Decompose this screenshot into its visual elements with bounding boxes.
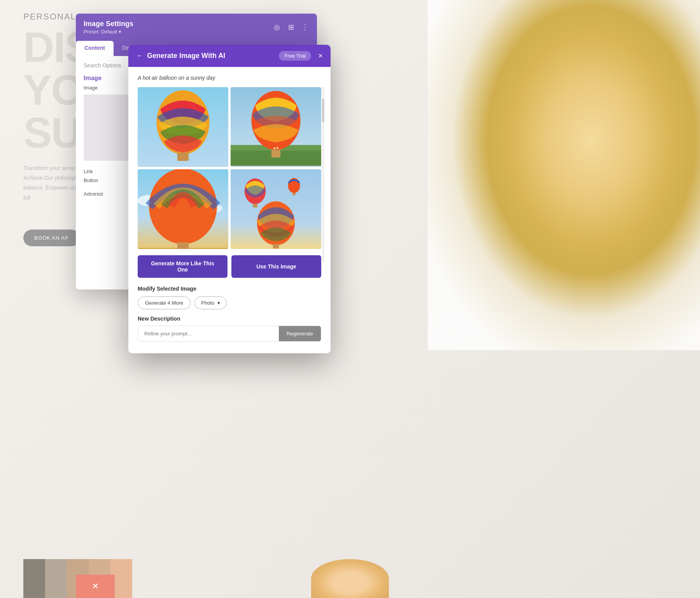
bottom-close-button[interactable]: ✕: [76, 575, 115, 598]
panel-subtitle[interactable]: Preset: Default ▾: [84, 29, 133, 35]
panel-title: Image Settings: [84, 20, 133, 28]
ai-dialog: ← Generate Image With AI Free Trial × A …: [128, 45, 331, 353]
swatch-1: [23, 559, 45, 598]
modify-controls: Generate 4 More Photo ▾: [138, 296, 321, 309]
panel-header-icons: ◎ ⊞ ⋮: [273, 23, 309, 32]
image-placeholder: [84, 95, 134, 161]
close-dialog-icon[interactable]: ×: [318, 51, 323, 60]
person-image: [311, 559, 389, 598]
scroll-thumb[interactable]: [322, 99, 324, 122]
image-cell-3[interactable]: [138, 169, 228, 249]
ai-dialog-header: ← Generate Image With AI Free Trial ×: [128, 45, 331, 67]
ai-dialog-title: Generate Image With AI: [147, 52, 225, 60]
new-description-title: New Description: [138, 316, 321, 322]
panel-title-group: Image Settings Preset: Default ▾: [84, 20, 133, 35]
prompt-text: A hot air balloon on a sunny day: [138, 75, 321, 81]
book-appointment-button[interactable]: BOOK AN AP: [23, 230, 80, 246]
scroll-track[interactable]: [322, 87, 324, 262]
tab-content[interactable]: Content: [76, 41, 114, 56]
swatch-2: [45, 559, 67, 598]
photo-dropdown-label: Photo: [201, 300, 214, 306]
new-description-section: New Description Regenerate: [138, 316, 321, 342]
dialog-actions: Generate More Like This One Use This Ima…: [138, 255, 321, 278]
svg-rect-19: [253, 204, 257, 207]
more-options-icon[interactable]: ⋮: [301, 23, 309, 32]
photo-dropdown-chevron: ▾: [217, 300, 220, 306]
panel-header: Image Settings Preset: Default ▾ ◎ ⊞ ⋮: [76, 14, 317, 41]
svg-rect-16: [177, 242, 189, 249]
use-image-button[interactable]: Use This Image: [231, 255, 321, 278]
image-cell-4[interactable]: [231, 169, 321, 249]
image-grid: [138, 87, 321, 249]
ai-dialog-title-row: ← Generate Image With AI: [136, 52, 225, 60]
flower-background: [428, 0, 700, 350]
modify-title: Modify Selected Image: [138, 286, 321, 292]
grid-icon[interactable]: ⊞: [287, 23, 295, 32]
target-icon[interactable]: ◎: [273, 23, 281, 32]
photo-dropdown[interactable]: Photo ▾: [194, 296, 227, 309]
svg-rect-21: [292, 193, 296, 195]
svg-rect-23: [273, 244, 279, 249]
refine-prompt-input[interactable]: [138, 326, 279, 341]
svg-point-11: [276, 147, 278, 149]
back-arrow-icon[interactable]: ←: [136, 52, 143, 60]
modify-section: Modify Selected Image Generate 4 More Ph…: [138, 286, 321, 309]
dialog-header-actions: Free Trial ×: [279, 51, 323, 61]
ai-dialog-body: A hot air balloon on a sunny day: [128, 67, 331, 353]
refine-input-row: Regenerate: [138, 326, 321, 342]
svg-rect-9: [271, 150, 280, 157]
generate-more-button[interactable]: Generate More Like This One: [138, 255, 228, 278]
svg-rect-2: [177, 153, 189, 161]
image-grid-container: [138, 87, 321, 249]
svg-point-10: [273, 147, 276, 149]
free-trial-badge[interactable]: Free Trial: [279, 51, 311, 61]
image-cell-1[interactable]: [138, 87, 228, 167]
image-cell-2[interactable]: [231, 87, 321, 167]
generate-4-button[interactable]: Generate 4 More: [138, 296, 191, 309]
regenerate-button[interactable]: Regenerate: [279, 326, 321, 341]
